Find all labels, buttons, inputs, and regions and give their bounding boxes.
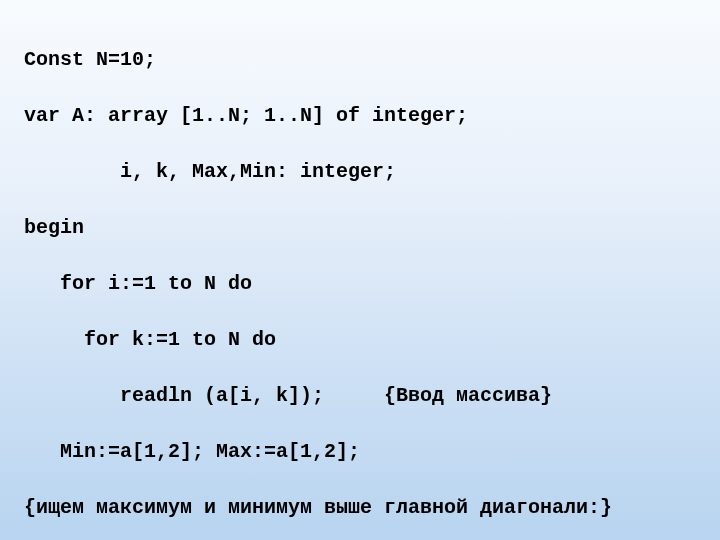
code-line: readln (a[i, k]); {Ввод массива} (24, 382, 696, 410)
code-line: for i:=1 to N do (24, 270, 696, 298)
code-line: Const N=10; (24, 46, 696, 74)
code-line: var A: array [1..N; 1..N] of integer; (24, 102, 696, 130)
code-line: begin (24, 214, 696, 242)
code-line: Min:=a[1,2]; Max:=a[1,2]; (24, 438, 696, 466)
code-line: {ищем максимум и минимум выше главной ди… (24, 494, 696, 522)
code-line: i, k, Max,Min: integer; (24, 158, 696, 186)
code-line: for k:=1 to N do (24, 326, 696, 354)
code-block: Const N=10; var A: array [1..N; 1..N] of… (24, 18, 696, 540)
